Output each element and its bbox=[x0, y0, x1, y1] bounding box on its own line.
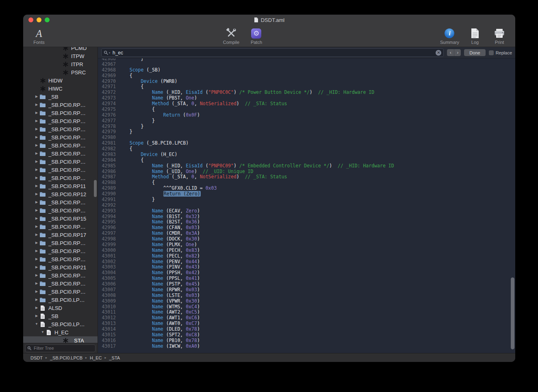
tree-item[interactable]: ▶_SB.PCI0.RP… bbox=[23, 133, 98, 141]
code-line[interactable]: 42995 Name (B2ST, 0x36) bbox=[98, 219, 515, 225]
disclosure-triangle[interactable]: ▶ bbox=[34, 274, 39, 277]
tree-item[interactable]: ▶_SB.PCI0.RP… bbox=[23, 117, 98, 125]
code-line[interactable]: 42988 { bbox=[98, 180, 515, 186]
disclosure-triangle[interactable]: ▶ bbox=[34, 201, 39, 204]
replace-checkbox[interactable] bbox=[489, 50, 494, 55]
code-line[interactable]: 42979 } bbox=[98, 129, 515, 135]
tree-item[interactable]: ▶_SB.PCI0.LP… bbox=[23, 296, 98, 304]
disclosure-triangle[interactable]: ▶ bbox=[34, 103, 39, 106]
breadcrumb-item[interactable]: H_EC bbox=[90, 355, 102, 360]
code-line[interactable]: 42983 Device (H_EC) bbox=[98, 152, 515, 158]
code-line[interactable]: 42968 Scope (_SB) bbox=[98, 67, 515, 73]
tree-item[interactable]: ▶_SB.PCI0.RP12 bbox=[23, 190, 98, 198]
code-line[interactable]: 42992 bbox=[98, 203, 515, 208]
tree-item[interactable]: ▶_SB.PCI0.RP… bbox=[23, 279, 98, 288]
tree-item[interactable]: ▼H_EC bbox=[23, 328, 98, 336]
disclosure-triangle[interactable]: ▼ bbox=[34, 323, 39, 326]
disclosure-triangle[interactable]: ▶ bbox=[34, 298, 39, 301]
code-line[interactable]: 42991 } bbox=[98, 197, 515, 203]
code-line[interactable]: 42998 Name (DOCK, 0x30) bbox=[98, 236, 515, 242]
disclosure-triangle[interactable]: ▶ bbox=[34, 282, 39, 285]
search-options-caret[interactable]: ▾ bbox=[109, 51, 110, 54]
disclosure-triangle[interactable]: ▶ bbox=[34, 111, 39, 115]
breadcrumb-item[interactable]: _SB.PCI0.LPCB bbox=[50, 355, 82, 360]
tree-item[interactable]: ▶_SB.PCI0.RP… bbox=[23, 149, 98, 158]
code-line[interactable]: 43005 Name (PPSL, 0x41) bbox=[98, 276, 515, 282]
tree-item[interactable]: ▶_SB bbox=[23, 93, 98, 101]
code-line[interactable]: 42970 Device (PWRB) bbox=[98, 79, 515, 84]
tree-item[interactable]: ▶_SB.PCI0.RP… bbox=[23, 247, 98, 255]
tree-item[interactable]: ▶_SB bbox=[23, 312, 98, 320]
tree-item[interactable]: ▶_SB.PCI0.RP… bbox=[23, 198, 98, 206]
titlebar[interactable]: DSDT.aml bbox=[23, 15, 515, 25]
disclosure-triangle[interactable]: ▶ bbox=[34, 314, 39, 318]
filter-tree-input[interactable] bbox=[33, 345, 93, 351]
minimize-button[interactable] bbox=[37, 17, 41, 22]
tree-item[interactable]: ▶_SB.PCI0.RP… bbox=[23, 206, 98, 214]
tree-item[interactable]: ▶_SB.PCI0.RP… bbox=[23, 101, 98, 109]
disclosure-triangle[interactable]: ▶ bbox=[34, 249, 39, 253]
tree-item[interactable]: HIDW bbox=[23, 76, 98, 84]
tree-item[interactable]: ▶_SB.PCI0.RP… bbox=[23, 255, 98, 263]
disclosure-triangle[interactable]: ▶ bbox=[34, 266, 39, 269]
done-button[interactable]: Done bbox=[464, 49, 485, 56]
disclosure-triangle[interactable]: ▶ bbox=[34, 233, 39, 236]
code-line[interactable]: 42971 { bbox=[98, 84, 515, 90]
tree-item[interactable]: PCMD bbox=[23, 47, 98, 52]
find-previous-button[interactable]: ‹ bbox=[447, 49, 454, 56]
code-line[interactable]: 42978 } bbox=[98, 124, 515, 130]
editor-scrollbar[interactable] bbox=[511, 59, 514, 352]
code-line[interactable]: 42969 { bbox=[98, 73, 515, 79]
tree-item[interactable]: ▶_SB.PCI0.RP… bbox=[23, 125, 98, 133]
code-line[interactable]: 43009 Name (VPWR, 0x30) bbox=[98, 299, 515, 304]
code-line[interactable]: 42989 ^^^GFX0.CLID = 0x03 bbox=[98, 186, 515, 191]
tree-item[interactable]: ITPW bbox=[23, 52, 98, 60]
code-line[interactable]: 42982 { bbox=[98, 146, 515, 152]
code-line[interactable]: 42984 { bbox=[98, 158, 515, 163]
code-line[interactable]: 42967 bbox=[98, 62, 515, 67]
tree-item[interactable]: ▼_SB.PCI0.LP… bbox=[23, 320, 98, 328]
tree-item[interactable]: ▶_SB.PCI0.RP… bbox=[23, 166, 98, 174]
code-line[interactable]: 42976 Return (0x0F) bbox=[98, 113, 515, 118]
disclosure-triangle[interactable]: ▶ bbox=[34, 193, 39, 196]
code-line[interactable]: 42993 Name (ECAV, Zero) bbox=[98, 208, 515, 214]
code-line[interactable]: 42999 Name (PLMX, One) bbox=[98, 242, 515, 248]
tree-item[interactable]: ▶_SB.PCI0.RP… bbox=[23, 109, 98, 117]
code-line[interactable]: 43001 Name (PECL, 0x82) bbox=[98, 253, 515, 259]
tree-item[interactable]: HIWC bbox=[23, 84, 98, 93]
code-line[interactable]: 43017 Name (IWCW, 0xA0) bbox=[98, 344, 515, 349]
code-line[interactable]: 42994 Name (B1ST, 0x32) bbox=[98, 214, 515, 220]
tree-item[interactable]: ▶_SB.PCI0.RP21 bbox=[23, 263, 98, 271]
code-line[interactable]: 43016 Name (PB10, 0x78) bbox=[98, 338, 515, 344]
compile-button[interactable]: Compile bbox=[223, 28, 240, 45]
disclosure-triangle[interactable]: ▶ bbox=[34, 258, 39, 261]
disclosure-triangle[interactable]: ▶ bbox=[34, 306, 39, 310]
code-line[interactable]: 42990 Return (Zero) bbox=[98, 191, 515, 197]
tree-item[interactable]: ITPR bbox=[23, 60, 98, 68]
code-line[interactable]: 42981 Scope (_SB.PCI0.LPCB) bbox=[98, 141, 515, 146]
disclosure-triangle[interactable]: ▶ bbox=[34, 184, 39, 188]
disclosure-triangle[interactable]: ▶ bbox=[34, 144, 39, 147]
code-line[interactable]: 42973 Name (PBST, One) bbox=[98, 95, 515, 101]
code-line[interactable]: 42987 Method (_STA, 0, NotSerialized) //… bbox=[98, 174, 515, 180]
log-button[interactable]: Log bbox=[466, 28, 484, 45]
code-line[interactable]: 43007 Name (RPWR, 0x03) bbox=[98, 287, 515, 293]
tree-item[interactable]: ▶_SB.PCI0.RP… bbox=[23, 223, 98, 231]
disclosure-triangle[interactable]: ▶ bbox=[34, 160, 39, 163]
tree-item[interactable]: ▶ALSD bbox=[23, 304, 98, 312]
disclosure-triangle[interactable]: ▶ bbox=[34, 95, 39, 98]
tree-item[interactable]: ▶_SB.PCI0.RP… bbox=[23, 239, 98, 247]
tree-item[interactable]: ▶_SB.PCI0.RP11 bbox=[23, 182, 98, 190]
fonts-button[interactable]: A Fonts bbox=[30, 28, 48, 45]
search-input[interactable] bbox=[112, 50, 434, 56]
disclosure-triangle[interactable]: ▶ bbox=[34, 119, 39, 123]
close-button[interactable] bbox=[28, 17, 33, 22]
disclosure-triangle[interactable]: ▶ bbox=[34, 152, 39, 155]
code-line[interactable]: 43004 Name (PPSH, 0x42) bbox=[98, 270, 515, 276]
code-line[interactable]: 43010 Name (WTMS, 0xC4) bbox=[98, 304, 515, 310]
disclosure-triangle[interactable]: ▼ bbox=[40, 331, 46, 334]
sidebar-scrollbar[interactable] bbox=[93, 47, 97, 342]
print-button[interactable]: Print bbox=[491, 28, 508, 45]
zoom-button[interactable] bbox=[45, 17, 50, 22]
code-line[interactable]: 42966 } bbox=[98, 58, 515, 62]
